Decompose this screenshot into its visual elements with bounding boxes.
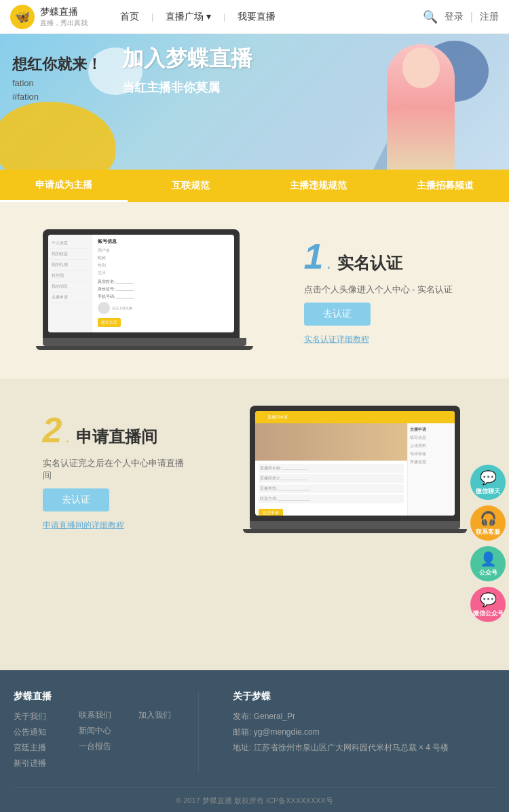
- banner: 想红你就来！ fation #fation 加入梦蝶直播 当红主播非你莫属: [0, 34, 509, 170]
- public-icon: 👤: [480, 550, 497, 568]
- banner-main-title: 加入梦蝶直播: [122, 44, 252, 74]
- laptop-mockup-1: 个人设置 我的收益 我的礼物 粉丝团 我的消息 主播申请 账号信息 用户名 昵称…: [43, 229, 246, 351]
- footer-bottom: © 2017 梦蝶直播 版权所有 ICP备XXXXXXXX号: [14, 787, 495, 806]
- tabs-row: 申请成为主播 互联规范 主播违规规范 主播招募频道: [0, 170, 509, 202]
- banner-girl-figure: [387, 44, 455, 170]
- float-btn-public-label: 公众号: [479, 569, 497, 577]
- step2-btn[interactable]: 去认证: [43, 488, 109, 511]
- step2-title: 申请直播间: [76, 427, 157, 446]
- search-icon[interactable]: 🔍: [423, 9, 438, 24]
- step2-link[interactable]: 申请直播间的详细教程: [43, 520, 124, 530]
- register-btn[interactable]: 注册: [480, 11, 499, 23]
- footer-email: 邮箱: yg@mengdie.com: [233, 727, 495, 738]
- float-btn-service-label: 联系客服: [476, 528, 500, 537]
- laptop-mockup-2: 直播间申请 直播间名称: ___________ 直播间简介: ________…: [250, 406, 467, 535]
- banner-sub-title: 当红主播非你莫属: [122, 79, 252, 96]
- footer-divider: [198, 691, 199, 773]
- footer-top: 梦蝶直播 关于我们 公告通知 宫廷主播 新引进播 联系我们 新闻中心 一台报告 …: [14, 691, 495, 773]
- nav-item-my-live[interactable]: 我要直播: [225, 0, 288, 34]
- footer-item-join[interactable]: 加入我们: [138, 710, 171, 721]
- banner-fation2: #fation: [12, 92, 102, 102]
- footer-publisher: 发布: General_Pr: [233, 711, 495, 722]
- header: 🦋 梦蝶直播 直播，秀出真我 首页 | 直播广场 ▾ | 我要直播 🔍 登录 |…: [0, 0, 509, 34]
- chat-icon: 💬: [480, 469, 497, 486]
- float-btn-chat[interactable]: 💬 微信聊天: [470, 465, 506, 500]
- step2-info: 2 . 申请直播间 实名认证完之后在个人中心申请直播间 去认证 申请直播间的详细…: [43, 410, 192, 531]
- footer-item-contact[interactable]: 联系我们: [79, 710, 111, 721]
- float-btn-service[interactable]: 🎧 联系客服: [470, 505, 506, 541]
- banner-yellow-blob: [0, 102, 115, 170]
- tab-rules[interactable]: 互联规范: [128, 170, 255, 202]
- footer-about-title: 关于梦蝶: [233, 691, 495, 703]
- login-btn[interactable]: 登录: [445, 11, 464, 23]
- float-btn-public[interactable]: 👤 公众号: [470, 546, 506, 581]
- step1-num: 1: [304, 237, 324, 276]
- nav: 首页 | 直播广场 ▾ | 我要直播: [108, 0, 423, 34]
- tab-apply-anchor[interactable]: 申请成为主播: [0, 170, 128, 202]
- section-empty: [0, 562, 509, 670]
- footer-item-report[interactable]: 一台报告: [79, 741, 111, 752]
- logo-icon: 🦋: [10, 5, 35, 29]
- step1-desc: 点击个人头像进入个人中心 - 实名认证: [304, 284, 467, 296]
- footer-col-join: 加入我们: [138, 691, 171, 773]
- tab-recruit[interactable]: 主播招募频道: [382, 170, 510, 202]
- step2-desc: 实名认证完之后在个人中心申请直播间: [43, 457, 192, 482]
- float-btn-wechat[interactable]: 💬 微信公众号: [470, 587, 506, 622]
- logo-sub: 直播，秀出真我: [40, 18, 88, 28]
- step1-info: 1 . 实名认证 点击个人头像进入个人中心 - 实名认证 去认证 实名认证详细教…: [304, 236, 467, 345]
- footer-address: 地址: 江苏省徐州市泉山区广大网科园代米村马总裁 × 4 号楼: [233, 742, 495, 754]
- wechat-icon: 💬: [480, 591, 497, 608]
- banner-center-text: 加入梦蝶直播 当红主播非你莫属: [122, 44, 252, 96]
- section-step1: 个人设置 我的收益 我的礼物 粉丝团 我的消息 主播申请 账号信息 用户名 昵称…: [0, 202, 509, 379]
- step1-title: 实名认证: [337, 254, 402, 272]
- step2-num: 2: [43, 410, 62, 450]
- float-btn-wechat-label: 微信公众号: [473, 610, 504, 618]
- logo-area: 🦋 梦蝶直播 直播，秀出真我: [10, 5, 88, 29]
- step1-btn[interactable]: 去认证: [304, 303, 371, 326]
- banner-left-text: 想红你就来！ fation #fation: [12, 54, 102, 102]
- logo-name: 梦蝶直播: [40, 5, 88, 18]
- footer-col-contact: 联系我们 新闻中心 一台报告: [79, 691, 111, 773]
- step1-link[interactable]: 实名认证详细教程: [304, 334, 369, 344]
- banner-want-text: 想红你就来！: [12, 54, 102, 75]
- nav-item-live-plaza[interactable]: 直播广场 ▾: [153, 0, 223, 34]
- float-btn-chat-label: 微信聊天: [476, 488, 500, 496]
- service-icon: 🎧: [480, 509, 497, 527]
- footer-item-news[interactable]: 新闻中心: [79, 725, 111, 737]
- nav-item-home[interactable]: 首页: [108, 0, 151, 34]
- section-step2: 2 . 申请直播间 实名认证完之后在个人中心申请直播间 去认证 申请直播间的详细…: [0, 379, 509, 562]
- footer-brand-title: 梦蝶直播: [14, 691, 52, 703]
- footer-item-anchor[interactable]: 宫廷主播: [14, 742, 52, 754]
- footer-item-newanchor[interactable]: 新引进播: [14, 758, 52, 769]
- banner-fation1: fation: [12, 78, 102, 88]
- footer-item-notice[interactable]: 公告通知: [14, 727, 52, 738]
- footer: 梦蝶直播 关于我们 公告通知 宫廷主播 新引进播 联系我们 新闻中心 一台报告 …: [0, 670, 509, 812]
- tab-violation[interactable]: 主播违规规范: [254, 170, 382, 202]
- footer-col-brand: 梦蝶直播 关于我们 公告通知 宫廷主播 新引进播: [14, 691, 52, 773]
- header-right: 🔍 登录 | 注册: [423, 9, 499, 24]
- footer-about: 关于梦蝶 发布: General_Pr 邮箱: yg@mengdie.com 地…: [233, 691, 495, 773]
- float-buttons: 💬 微信聊天 🎧 联系客服 👤 公众号 💬 微信公众号: [470, 465, 506, 622]
- footer-item-about[interactable]: 关于我们: [14, 711, 52, 722]
